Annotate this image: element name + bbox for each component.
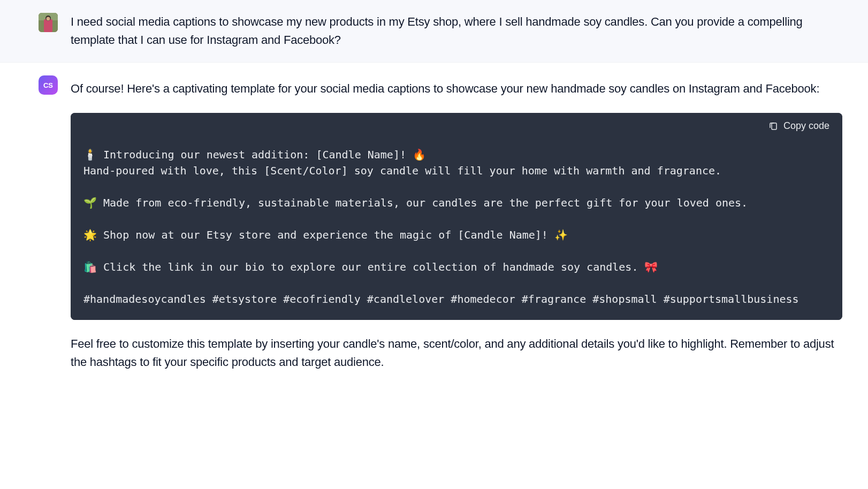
assistant-intro-text: Of course! Here's a captivating template… bbox=[71, 80, 842, 98]
assistant-message-content: Of course! Here's a captivating template… bbox=[71, 80, 842, 371]
svg-rect-2 bbox=[44, 19, 52, 32]
svg-rect-5 bbox=[772, 123, 776, 129]
svg-point-4 bbox=[47, 17, 50, 21]
user-message-content: I need social media captions to showcase… bbox=[71, 13, 842, 49]
code-block-header: Copy code bbox=[71, 113, 842, 139]
copy-code-button[interactable]: Copy code bbox=[768, 120, 829, 132]
user-message: I need social media captions to showcase… bbox=[0, 0, 868, 63]
code-scroll-area[interactable]: 🕯️ Introducing our newest addition: [Can… bbox=[71, 139, 842, 320]
assistant-message: CS Of course! Here's a captivating templ… bbox=[0, 63, 868, 384]
assistant-avatar: CS bbox=[39, 75, 58, 95]
assistant-outro-text: Feel free to customize this template by … bbox=[71, 335, 842, 371]
assistant-avatar-label: CS bbox=[43, 81, 53, 89]
clipboard-icon bbox=[768, 121, 778, 131]
code-content: 🕯️ Introducing our newest addition: [Can… bbox=[71, 139, 842, 320]
code-block: Copy code 🕯️ Introducing our newest addi… bbox=[71, 113, 842, 320]
user-avatar bbox=[39, 13, 58, 32]
user-avatar-image bbox=[39, 13, 58, 32]
copy-code-label: Copy code bbox=[783, 120, 829, 132]
user-message-text: I need social media captions to showcase… bbox=[71, 13, 842, 49]
